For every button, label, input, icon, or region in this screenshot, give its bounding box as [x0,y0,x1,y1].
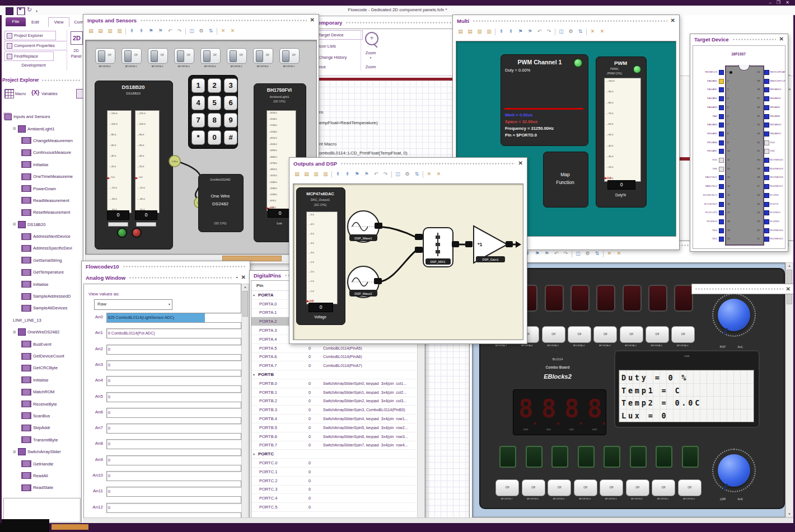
keypad-key-5[interactable]: 5 [208,96,221,110]
project-explorer-button[interactable]: Project Explorer [4,31,56,40]
tree-item[interactable]: GetHandle [2,458,83,469]
analog-value-field-An9[interactable]: 0 [106,455,242,465]
open-icon[interactable]: ▤ [466,28,474,35]
copy-icon[interactable]: ⇞ [138,27,145,35]
tree-expander-icon[interactable]: ⊞ [13,330,16,335]
close-button[interactable]: ✕ [785,0,789,5]
analog-scrollbar[interactable]: ▲ [241,284,249,532]
tree-item[interactable]: AddressSpecificDevi [2,242,83,254]
settings-icon[interactable]: ⚙ [404,171,411,178]
collapsed-panel-close[interactable]: ✕ [786,286,791,292]
analog-value-field-An11[interactable]: 0 [106,487,242,497]
delete-icon[interactable]: ✕ [606,250,613,257]
tree-item[interactable]: GetTemperature [2,266,83,278]
dac-slider[interactable]: – 5.0– 4.5– 4.0– 3.5– 3.0– 2.5– 2.0– 1.5… [306,211,338,304]
analog-value-field-An10[interactable]: 0 [106,471,242,481]
redo-icon[interactable]: ↷ [382,171,389,178]
analog-value-field-An8[interactable]: 0 [106,439,242,449]
right-rail-up-icon[interactable]: ▲ [788,87,792,91]
component-properties-button[interactable]: Component Properties [4,41,67,50]
tree-item[interactable]: SampleAddressedD [2,290,83,302]
keypad-key-8[interactable]: 8 [208,113,221,128]
tree-item[interactable]: Inputs and Sensors [2,111,83,123]
new-icon[interactable]: ▤ [457,28,464,35]
pin-row-PORTA.6[interactable]: PORTA.60ComboBL0114(PinA6) [251,353,416,362]
group-expander-icon[interactable]: ▾ [253,452,255,456]
tree-item[interactable]: ⊞SwitchArraySlider [2,446,83,458]
tree-item[interactable]: PowerDown [2,182,83,194]
target-window-close[interactable]: ✕ [779,36,784,42]
zoom-icon[interactable]: + [365,32,378,45]
analog-value-field-An12[interactable]: 0 [106,503,242,513]
save-icon[interactable]: ▥ [312,171,320,178]
redo-icon[interactable]: ↻ [27,6,32,13]
tree-item[interactable]: ⊞OneWireDS2482 [2,326,83,338]
analog-value-field-An2[interactable]: 0 [106,345,242,355]
cut-icon[interactable]: ⇞ [128,27,135,35]
tree-item[interactable]: MatchROM [2,386,83,398]
pin-row-PORTB.3[interactable]: PORTB.30SwitchArraySliderSpin3, ComboBL0… [251,406,416,415]
board-switch-$PORTA.1[interactable]: Off [646,326,669,343]
pin-row-PORTB.0[interactable]: PORTB.00SwitchArraySliderSpin0, keypad_3… [251,379,416,388]
tree-item[interactable]: GetDeviceCount [2,350,83,362]
keypad-key-2[interactable]: 2 [208,78,221,93]
analog-value-field-An3[interactable]: 0 [106,360,242,370]
pin-row-PORTC.5[interactable]: PORTC.50 [251,503,416,512]
pin-row-PORTB.4[interactable]: PORTB.40SwitchArraySliderSpin4, keypad_3… [251,415,416,423]
analog-value-field-An5[interactable]: 0 [106,392,242,402]
pin-row-PORTB.7[interactable]: PORTB.70SwitchArraySliderSpin7, keypad_3… [251,441,416,450]
tree-item[interactable]: ReadMeasurement [2,195,83,206]
toggle-switch-$PORTB.6[interactable]: Off [253,48,273,64]
keypad-key-*[interactable]: * [191,130,205,145]
toggle-switch-$PORTB.3[interactable]: Off [174,48,194,64]
flag-icon[interactable]: ⚑ [526,28,534,35]
pin-row-PORTC.0[interactable]: PORTC.00 [251,459,416,468]
tree-item[interactable]: OneTimeMeasureme [2,171,83,182]
multi-window-close[interactable]: ✕ [671,18,675,23]
undo-icon[interactable]: ↶ [372,171,380,178]
tree-item[interactable]: SkipAddr [2,422,83,434]
undo-icon[interactable]: ↶ [166,27,174,35]
inputs-window-close[interactable]: ✕ [310,17,315,23]
new-icon[interactable]: ▤ [87,27,95,35]
board-switch-$PORTA.0[interactable]: Off [671,326,695,343]
delete-icon[interactable]: ✕ [589,28,596,35]
toggle-switch-$PORTB.2[interactable]: Off [148,48,168,64]
panel-2d-icon[interactable]: 2D [71,31,83,45]
board-switch-$PORTA.5[interactable]: Off [542,326,565,343]
copy-icon[interactable]: ⇞ [507,28,515,35]
settings-icon[interactable]: ⚙ [567,28,574,35]
keypad-key-0[interactable]: 0 [208,130,221,145]
keypad-key-4[interactable]: 4 [191,96,205,110]
tree-item[interactable]: SampleAllDevices [2,302,83,314]
board-switch-$PORTB.1[interactable]: Off [652,479,675,496]
pin-row-PORTC.1[interactable]: PORTC.10 [251,468,416,477]
flag-icon[interactable]: ⚑ [363,171,370,178]
pin-row-PORTB.5[interactable]: PORTB.50SwitchArraySliderSpin5, keypad_3… [251,423,416,432]
ds18b20-slider-1[interactable]: – 125.0– 105.0– 85.0– 65.0– 45.0– 25.0– … [107,110,132,213]
save-icon[interactable] [17,7,25,16]
delete-icon[interactable]: ✕ [219,27,227,35]
quickbar-caret-icon[interactable]: ▾ [36,9,38,13]
tree-item[interactable]: ReceiveByte [2,398,83,409]
tree-item[interactable]: ContinuousMeasure [2,147,83,158]
toggle-switch-$PORTB.0[interactable]: Off [95,48,115,64]
tab-view[interactable]: View [48,17,69,27]
swap-icon[interactable]: ⇅ [593,250,601,257]
component-icon[interactable]: ◫ [558,28,565,35]
maximize-button[interactable]: ❐ [777,0,780,5]
paste-icon[interactable]: ⚑ [147,27,155,35]
board-switch-$PORTA.4[interactable]: Off [568,326,591,343]
new-icon[interactable]: ▤ [293,171,301,178]
open-icon[interactable]: ▤ [97,27,104,35]
swap-icon[interactable]: ⇅ [577,28,584,35]
tree-item[interactable]: TransmitByte [2,434,83,446]
keypad-key-#[interactable]: # [224,130,237,145]
tree-item[interactable]: ResetMeasurement [2,206,83,218]
tree-item[interactable]: GetCRCByte [2,362,83,374]
minimize-button[interactable]: – [769,0,771,5]
pwm-slider[interactable]: – 100.0– 90.0– 80.0– 70.0– 60.0– 50.0– 4… [604,78,641,182]
pin-row-PORTC.4[interactable]: PORTC.40 [251,494,416,503]
board-switch-$PORTA.2[interactable]: Off [620,326,643,343]
tree-item[interactable]: BusEvent [2,338,83,350]
